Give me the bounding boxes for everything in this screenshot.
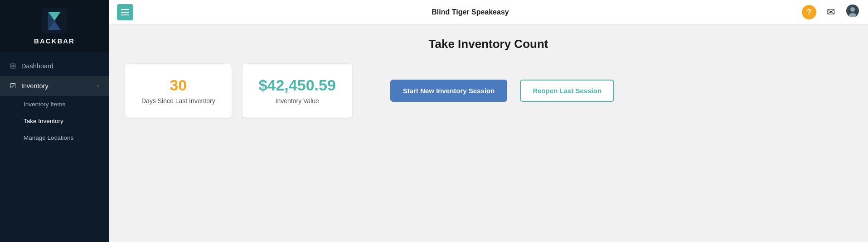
sidebar-sub-label-take-inventory: Take Inventory xyxy=(24,118,63,124)
action-buttons-group: Start New Inventory Session Reopen Last … xyxy=(390,80,614,102)
sidebar: BACKBAR ⊞ Dashboard ☑ Inventory ‹ Invent… xyxy=(0,0,109,242)
inventory-value-label: Inventory Value xyxy=(276,97,319,104)
sidebar-sub-label-manage-locations: Manage Locations xyxy=(24,134,73,141)
user-button[interactable] xyxy=(845,5,860,19)
days-since-label: Days Since Last Inventory xyxy=(141,97,215,104)
sidebar-item-dashboard[interactable]: ⊞ Dashboard xyxy=(0,56,109,76)
start-new-inventory-button[interactable]: Start New Inventory Session xyxy=(390,80,508,102)
topbar-icon-group: ? ✉ xyxy=(802,5,860,19)
reopen-last-session-button[interactable]: Reopen Last Session xyxy=(520,80,614,102)
sidebar-item-label-inventory: Inventory xyxy=(21,82,48,90)
mail-icon: ✉ xyxy=(827,6,835,18)
days-since-value: 30 xyxy=(141,76,215,94)
hamburger-icon xyxy=(121,9,129,15)
brand-name: BACKBAR xyxy=(34,37,75,45)
menu-toggle-button[interactable] xyxy=(117,4,133,20)
user-avatar-icon xyxy=(846,5,859,20)
main-area: Blind Tiger Speakeasy ? ✉ Take Inventor xyxy=(109,0,868,242)
svg-point-5 xyxy=(850,7,855,12)
topbar: Blind Tiger Speakeasy ? ✉ xyxy=(109,0,868,24)
dashboard-icon: ⊞ xyxy=(10,62,16,70)
sidebar-sub-label-inventory-items: Inventory Items xyxy=(24,101,65,108)
sidebar-item-manage-locations[interactable]: Manage Locations xyxy=(0,129,109,146)
sidebar-item-inventory-items[interactable]: Inventory Items xyxy=(0,96,109,113)
main-content: Take Inventory Count 30 Days Since Last … xyxy=(109,24,868,242)
sidebar-item-take-inventory[interactable]: Take Inventory xyxy=(0,113,109,129)
days-since-card: 30 Days Since Last Inventory xyxy=(125,64,232,118)
inventory-value-card: $42,450.59 Inventory Value xyxy=(242,64,352,118)
sidebar-logo: BACKBAR xyxy=(0,0,109,52)
inventory-icon: ☑ xyxy=(10,82,16,90)
sidebar-item-label-dashboard: Dashboard xyxy=(21,62,53,70)
help-button[interactable]: ? xyxy=(802,5,816,19)
brand-logo-icon xyxy=(42,8,67,33)
help-icon: ? xyxy=(807,8,811,16)
inventory-value-amount: $42,450.59 xyxy=(259,76,336,94)
sidebar-navigation: ⊞ Dashboard ☑ Inventory ‹ Inventory Item… xyxy=(0,52,109,242)
chevron-icon: ‹ xyxy=(97,83,99,89)
stats-and-actions-row: 30 Days Since Last Inventory $42,450.59 … xyxy=(125,64,852,118)
page-title: Take Inventory Count xyxy=(125,37,852,51)
topbar-title: Blind Tiger Speakeasy xyxy=(139,8,802,16)
mail-button[interactable]: ✉ xyxy=(824,5,838,19)
sidebar-item-inventory[interactable]: ☑ Inventory ‹ xyxy=(0,76,109,96)
